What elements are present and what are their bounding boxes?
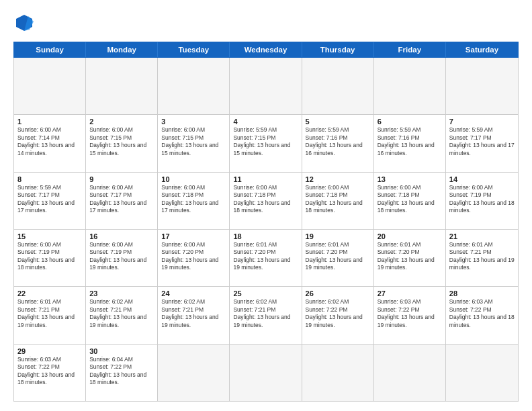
header-cell-monday: Monday xyxy=(86,42,158,57)
cell-info: Sunrise: 6:03 AM Sunset: 7:22 PM Dayligh… xyxy=(17,356,82,387)
calendar-cell: 3Sunrise: 6:00 AM Sunset: 7:15 PM Daylig… xyxy=(158,115,230,171)
calendar-cell: 28Sunrise: 6:03 AM Sunset: 7:22 PM Dayli… xyxy=(446,287,518,343)
day-number: 9 xyxy=(89,175,154,183)
cell-info: Sunrise: 6:01 AM Sunset: 7:21 PM Dayligh… xyxy=(17,298,82,329)
calendar-cell: 16Sunrise: 6:00 AM Sunset: 7:19 PM Dayli… xyxy=(86,230,158,286)
calendar-cell: 22Sunrise: 6:01 AM Sunset: 7:21 PM Dayli… xyxy=(14,287,86,343)
day-number: 12 xyxy=(306,175,370,183)
cell-info: Sunrise: 6:01 AM Sunset: 7:20 PM Dayligh… xyxy=(378,241,442,272)
calendar-cell: 25Sunrise: 6:02 AM Sunset: 7:21 PM Dayli… xyxy=(230,287,302,343)
cell-info: Sunrise: 5:59 AM Sunset: 7:16 PM Dayligh… xyxy=(378,126,442,157)
calendar-cell xyxy=(230,58,302,114)
calendar-cell: 24Sunrise: 6:02 AM Sunset: 7:21 PM Dayli… xyxy=(158,287,230,343)
calendar-cell: 9Sunrise: 6:00 AM Sunset: 7:17 PM Daylig… xyxy=(86,173,158,229)
cell-info: Sunrise: 6:01 AM Sunset: 7:21 PM Dayligh… xyxy=(449,241,515,272)
day-number: 11 xyxy=(233,175,298,183)
cell-info: Sunrise: 6:01 AM Sunset: 7:20 PM Dayligh… xyxy=(306,241,370,272)
day-number: 8 xyxy=(17,175,82,183)
cell-info: Sunrise: 6:01 AM Sunset: 7:20 PM Dayligh… xyxy=(233,241,298,272)
day-number: 15 xyxy=(17,232,82,240)
calendar-cell xyxy=(158,345,230,401)
cell-info: Sunrise: 6:02 AM Sunset: 7:21 PM Dayligh… xyxy=(89,298,154,329)
day-number: 24 xyxy=(161,289,226,298)
calendar-page: SundayMondayTuesdayWednesdayThursdayFrid… xyxy=(0,0,532,411)
header-cell-tuesday: Tuesday xyxy=(158,42,230,57)
cell-info: Sunrise: 6:00 AM Sunset: 7:18 PM Dayligh… xyxy=(306,184,370,215)
calendar-cell: 18Sunrise: 6:01 AM Sunset: 7:20 PM Dayli… xyxy=(230,230,302,286)
calendar-cell: 7Sunrise: 5:59 AM Sunset: 7:17 PM Daylig… xyxy=(446,115,518,171)
calendar-cell: 8Sunrise: 5:59 AM Sunset: 7:17 PM Daylig… xyxy=(14,173,86,229)
day-number: 3 xyxy=(161,118,226,126)
calendar-cell: 4Sunrise: 5:59 AM Sunset: 7:15 PM Daylig… xyxy=(230,115,302,171)
calendar-cell: 21Sunrise: 6:01 AM Sunset: 7:21 PM Dayli… xyxy=(446,230,518,286)
cell-info: Sunrise: 6:00 AM Sunset: 7:18 PM Dayligh… xyxy=(161,184,226,215)
calendar-cell: 15Sunrise: 6:00 AM Sunset: 7:19 PM Dayli… xyxy=(14,230,86,286)
day-number: 20 xyxy=(378,232,442,240)
cell-info: Sunrise: 6:00 AM Sunset: 7:15 PM Dayligh… xyxy=(89,126,154,157)
day-number: 7 xyxy=(449,118,515,126)
calendar-row-0 xyxy=(14,58,518,115)
calendar-cell xyxy=(230,345,302,401)
calendar-body: 1Sunrise: 6:00 AM Sunset: 7:14 PM Daylig… xyxy=(13,58,519,402)
calendar-cell xyxy=(446,58,518,114)
cell-info: Sunrise: 5:59 AM Sunset: 7:17 PM Dayligh… xyxy=(449,126,515,157)
header-cell-sunday: Sunday xyxy=(14,42,86,57)
calendar-cell xyxy=(302,58,374,114)
calendar-cell: 19Sunrise: 6:01 AM Sunset: 7:20 PM Dayli… xyxy=(302,230,374,286)
day-number: 21 xyxy=(449,232,515,240)
calendar-row-5: 29Sunrise: 6:03 AM Sunset: 7:22 PM Dayli… xyxy=(14,345,518,401)
day-number: 25 xyxy=(233,289,298,298)
logo xyxy=(13,12,38,36)
cell-info: Sunrise: 5:59 AM Sunset: 7:16 PM Dayligh… xyxy=(306,126,370,157)
cell-info: Sunrise: 5:59 AM Sunset: 7:17 PM Dayligh… xyxy=(17,184,82,215)
cell-info: Sunrise: 6:03 AM Sunset: 7:22 PM Dayligh… xyxy=(449,298,515,329)
calendar-cell xyxy=(158,58,230,114)
cell-info: Sunrise: 5:59 AM Sunset: 7:15 PM Dayligh… xyxy=(233,126,298,157)
calendar: SundayMondayTuesdayWednesdayThursdayFrid… xyxy=(13,42,519,402)
calendar-cell: 1Sunrise: 6:00 AM Sunset: 7:14 PM Daylig… xyxy=(14,115,86,171)
calendar-row-1: 1Sunrise: 6:00 AM Sunset: 7:14 PM Daylig… xyxy=(14,115,518,172)
calendar-cell: 27Sunrise: 6:03 AM Sunset: 7:22 PM Dayli… xyxy=(374,287,446,343)
header xyxy=(13,12,519,36)
header-cell-saturday: Saturday xyxy=(446,42,518,57)
day-number: 26 xyxy=(306,289,370,298)
day-number: 4 xyxy=(233,118,298,126)
calendar-cell: 14Sunrise: 6:00 AM Sunset: 7:19 PM Dayli… xyxy=(446,173,518,229)
cell-info: Sunrise: 6:00 AM Sunset: 7:17 PM Dayligh… xyxy=(89,184,154,215)
cell-info: Sunrise: 6:00 AM Sunset: 7:18 PM Dayligh… xyxy=(233,184,298,215)
day-number: 10 xyxy=(161,175,226,183)
day-number: 18 xyxy=(233,232,298,240)
calendar-header: SundayMondayTuesdayWednesdayThursdayFrid… xyxy=(13,42,519,58)
day-number: 13 xyxy=(378,175,442,183)
cell-info: Sunrise: 6:04 AM Sunset: 7:22 PM Dayligh… xyxy=(89,356,154,387)
calendar-cell: 11Sunrise: 6:00 AM Sunset: 7:18 PM Dayli… xyxy=(230,173,302,229)
cell-info: Sunrise: 6:00 AM Sunset: 7:19 PM Dayligh… xyxy=(449,184,515,215)
day-number: 28 xyxy=(449,289,515,298)
header-cell-wednesday: Wednesday xyxy=(230,42,302,57)
calendar-cell: 26Sunrise: 6:02 AM Sunset: 7:22 PM Dayli… xyxy=(302,287,374,343)
cell-info: Sunrise: 6:00 AM Sunset: 7:19 PM Dayligh… xyxy=(89,241,154,272)
day-number: 29 xyxy=(17,347,82,355)
calendar-cell xyxy=(446,345,518,401)
calendar-cell: 20Sunrise: 6:01 AM Sunset: 7:20 PM Dayli… xyxy=(374,230,446,286)
day-number: 16 xyxy=(89,232,154,240)
cell-info: Sunrise: 6:00 AM Sunset: 7:18 PM Dayligh… xyxy=(378,184,442,215)
calendar-cell xyxy=(86,58,158,114)
calendar-cell xyxy=(374,345,446,401)
day-number: 6 xyxy=(378,118,442,126)
calendar-cell: 17Sunrise: 6:00 AM Sunset: 7:20 PM Dayli… xyxy=(158,230,230,286)
header-cell-thursday: Thursday xyxy=(302,42,374,57)
calendar-cell: 29Sunrise: 6:03 AM Sunset: 7:22 PM Dayli… xyxy=(14,345,86,401)
calendar-row-4: 22Sunrise: 6:01 AM Sunset: 7:21 PM Dayli… xyxy=(14,287,518,344)
calendar-row-3: 15Sunrise: 6:00 AM Sunset: 7:19 PM Dayli… xyxy=(14,230,518,287)
calendar-cell: 6Sunrise: 5:59 AM Sunset: 7:16 PM Daylig… xyxy=(374,115,446,171)
header-cell-friday: Friday xyxy=(374,42,446,57)
calendar-cell xyxy=(14,58,86,114)
day-number: 30 xyxy=(89,347,154,355)
day-number: 5 xyxy=(306,118,370,126)
cell-info: Sunrise: 6:00 AM Sunset: 7:14 PM Dayligh… xyxy=(17,126,82,157)
calendar-cell: 10Sunrise: 6:00 AM Sunset: 7:18 PM Dayli… xyxy=(158,173,230,229)
cell-info: Sunrise: 6:00 AM Sunset: 7:15 PM Dayligh… xyxy=(161,126,226,157)
calendar-cell: 13Sunrise: 6:00 AM Sunset: 7:18 PM Dayli… xyxy=(374,173,446,229)
cell-info: Sunrise: 6:02 AM Sunset: 7:21 PM Dayligh… xyxy=(233,298,298,329)
